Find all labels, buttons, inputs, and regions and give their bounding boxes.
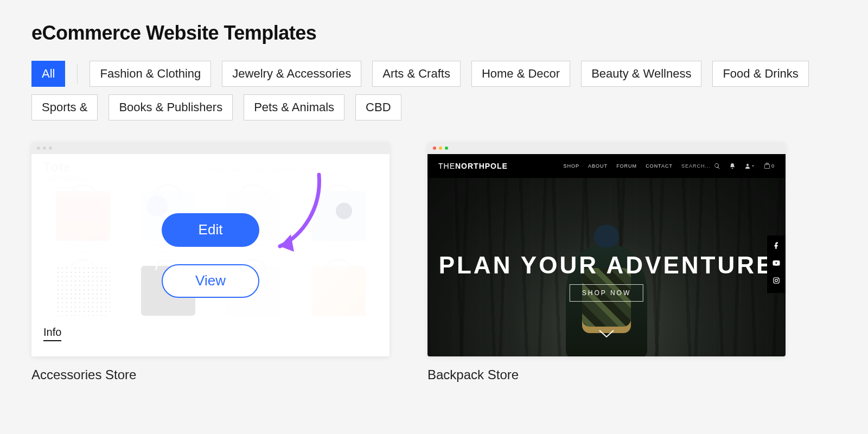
account-icon[interactable] bbox=[744, 163, 755, 169]
filter-books[interactable]: Books & Publishers bbox=[108, 94, 233, 120]
browser-chrome bbox=[427, 142, 786, 154]
nav-about[interactable]: ABOUT bbox=[588, 163, 608, 169]
youtube-icon[interactable] bbox=[773, 259, 780, 269]
filter-cbd[interactable]: CBD bbox=[355, 94, 401, 120]
preview-brand: THENORTHPOLE bbox=[438, 162, 508, 170]
facebook-icon[interactable] bbox=[773, 242, 780, 252]
nav-shop[interactable]: SHOP bbox=[564, 163, 580, 169]
filter-sports[interactable]: Sports & bbox=[31, 94, 98, 120]
template-preview-backpack[interactable]: THENORTHPOLE SHOP ABOUT FORUM CONTACT SE… bbox=[427, 142, 786, 356]
cart-icon[interactable]: 0 bbox=[764, 163, 775, 169]
template-title: Accessories Store bbox=[31, 367, 390, 382]
chevron-down-icon bbox=[751, 163, 755, 169]
svg-point-0 bbox=[746, 164, 749, 166]
social-rail bbox=[767, 235, 786, 293]
instagram-icon[interactable] bbox=[773, 277, 780, 286]
filter-jewelry[interactable]: Jewelry & Accessories bbox=[222, 61, 361, 87]
filter-bar: All Fashion & Clothing Jewelry & Accesso… bbox=[31, 61, 837, 120]
hover-controls: Edit View bbox=[31, 154, 390, 356]
shop-now-button[interactable]: SHOP NOW bbox=[570, 284, 643, 302]
notification-icon[interactable] bbox=[729, 163, 736, 169]
svg-point-2 bbox=[775, 279, 778, 282]
nav-forum[interactable]: FORUM bbox=[616, 163, 637, 169]
filter-fashion[interactable]: Fashion & Clothing bbox=[90, 61, 211, 87]
hero-headline: PLAN YOUR ADVENTURE bbox=[427, 252, 786, 279]
filter-all[interactable]: All bbox=[31, 61, 65, 87]
search-input[interactable]: SEARCH... bbox=[681, 163, 720, 169]
scroll-down-icon[interactable] bbox=[598, 329, 615, 341]
info-link[interactable]: Info bbox=[43, 326, 61, 341]
preview-top-nav: THENORTHPOLE SHOP ABOUT FORUM CONTACT SE… bbox=[427, 154, 786, 178]
page-title: eCommerce Website Templates bbox=[31, 22, 837, 44]
filter-arts[interactable]: Arts & Crafts bbox=[372, 61, 461, 87]
filter-divider bbox=[77, 63, 78, 84]
template-title: Backpack Store bbox=[427, 367, 786, 382]
template-card-backpack: THENORTHPOLE SHOP ABOUT FORUM CONTACT SE… bbox=[427, 142, 786, 382]
filter-pets[interactable]: Pets & Animals bbox=[244, 94, 344, 120]
filter-home[interactable]: Home & Decor bbox=[471, 61, 570, 87]
svg-point-3 bbox=[778, 278, 778, 279]
filter-food[interactable]: Food & Drinks bbox=[712, 61, 808, 87]
view-button[interactable]: View bbox=[162, 264, 259, 298]
template-card-accessories: Tote Pretty Printed Bags Shop About FAQ … bbox=[31, 142, 390, 382]
edit-button[interactable]: Edit bbox=[162, 213, 259, 247]
nav-contact[interactable]: CONTACT bbox=[646, 163, 673, 169]
filter-beauty[interactable]: Beauty & Wellness bbox=[581, 61, 701, 87]
template-preview-accessories[interactable]: Tote Pretty Printed Bags Shop About FAQ … bbox=[31, 142, 390, 356]
search-icon bbox=[714, 163, 720, 169]
browser-chrome bbox=[31, 142, 390, 154]
